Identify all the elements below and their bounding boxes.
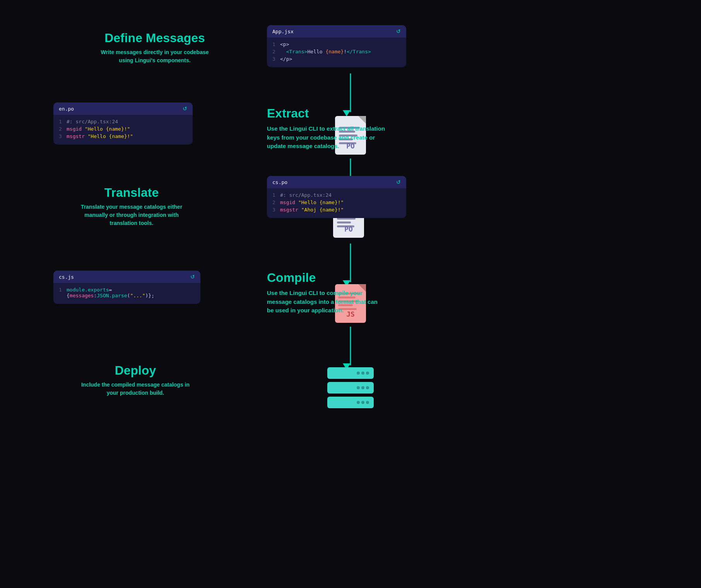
cspo-refresh-icon: ↺ bbox=[396, 179, 401, 185]
translate-title: Translate bbox=[74, 186, 190, 200]
csjs-body: 1 module.exports={messages:JSON.parse(".… bbox=[53, 283, 200, 304]
enpo-body: 1 #: src/App.tsx:24 2 msgid "Hello {name… bbox=[53, 115, 193, 145]
deploy-title: Deploy bbox=[77, 363, 193, 378]
compile-title: Compile bbox=[267, 271, 402, 285]
csjs-header: cs.js ↺ bbox=[53, 271, 200, 283]
code-line-1: 1 <p> bbox=[272, 41, 401, 47]
code-line-2: 2 <Trans>Hello {name}!</Trans> bbox=[272, 49, 401, 55]
compile-section: Compile Use the Lingui CLI to compile yo… bbox=[267, 271, 402, 315]
cspo-filename: cs.po bbox=[272, 179, 287, 185]
server-bar-1 bbox=[327, 367, 374, 379]
extract-desc: Use the Lingui CLI to extract all transl… bbox=[267, 124, 402, 151]
enpo-line-1: 1 #: src/App.tsx:24 bbox=[59, 119, 187, 124]
enpo-refresh-icon: ↺ bbox=[183, 106, 187, 112]
define-desc: Write messages directly in your codebase… bbox=[101, 48, 209, 65]
csjs-refresh-icon: ↺ bbox=[190, 274, 195, 280]
servers-icon-wrap bbox=[327, 367, 374, 408]
cspo-body: 1 #: src/App.tsx:24 2 msgid "Hello {name… bbox=[267, 188, 406, 218]
define-title: Define Messages bbox=[101, 31, 209, 45]
cspo-line-2: 2 msgid "Hello {name}!" bbox=[272, 199, 401, 205]
cspo-line-1: 1 #: src/App.tsx:24 bbox=[272, 192, 401, 198]
deploy-section: Deploy Include the compiled message cata… bbox=[77, 363, 193, 397]
server-bar-3 bbox=[327, 397, 374, 408]
cspo-line-3: 3 msgstr "Ahoj {name}!" bbox=[272, 207, 401, 213]
translate-desc: Translate your message catalogs eitherma… bbox=[74, 203, 190, 227]
main-container: Define Messages Write messages directly … bbox=[0, 0, 701, 588]
enpo-filename: en.po bbox=[59, 106, 74, 112]
compile-desc: Use the Lingui CLI to compile yourmessag… bbox=[267, 289, 402, 315]
appjsx-header: App.jsx ↺ bbox=[267, 25, 406, 37]
cspo-header: cs.po ↺ bbox=[267, 176, 406, 188]
csjs-line-1: 1 module.exports={messages:JSON.parse(".… bbox=[59, 287, 195, 298]
server-bar-2 bbox=[327, 382, 374, 394]
define-section: Define Messages Write messages directly … bbox=[101, 31, 209, 65]
appjsx-body: 1 <p> 2 <Trans>Hello {name}!</Trans> 3 <… bbox=[267, 37, 406, 67]
enpo-line-3: 3 msgstr "Hello {name}!" bbox=[59, 133, 187, 139]
servers-icon bbox=[327, 367, 374, 408]
enpo-line-2: 2 msgid "Hello {name}!" bbox=[59, 126, 187, 132]
enpo-panel: en.po ↺ 1 #: src/App.tsx:24 2 msgid "Hel… bbox=[53, 102, 193, 145]
cspo-panel: cs.po ↺ 1 #: src/App.tsx:24 2 msgid "Hel… bbox=[267, 176, 406, 218]
csjs-filename: cs.js bbox=[59, 274, 74, 280]
appjsx-panel: App.jsx ↺ 1 <p> 2 <Trans>Hello {name}!</… bbox=[267, 25, 406, 67]
extract-section: Extract Use the Lingui CLI to extract al… bbox=[267, 106, 402, 151]
csjs-panel: cs.js ↺ 1 module.exports={messages:JSON.… bbox=[53, 271, 200, 304]
translate-section: Translate Translate your message catalog… bbox=[74, 186, 190, 227]
appjsx-filename: App.jsx bbox=[272, 29, 294, 34]
enpo-header: en.po ↺ bbox=[53, 102, 193, 115]
deploy-desc: Include the compiled message catalogs in… bbox=[77, 381, 193, 397]
line-4 bbox=[350, 327, 351, 365]
extract-title: Extract bbox=[267, 106, 402, 121]
appjsx-refresh-icon: ↺ bbox=[396, 28, 401, 34]
code-line-3: 3 </p> bbox=[272, 56, 401, 62]
